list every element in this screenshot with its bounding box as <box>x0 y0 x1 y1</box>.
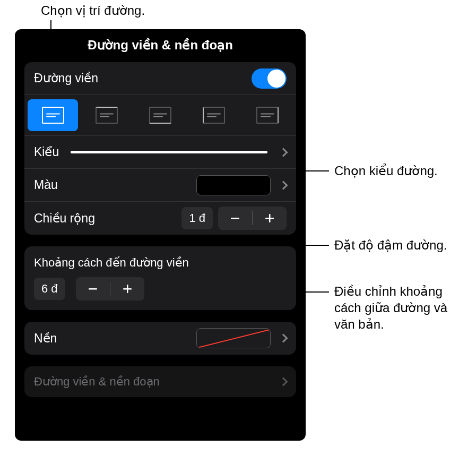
color-label: Màu <box>34 178 58 192</box>
border-right-icon <box>256 107 279 124</box>
width-label: Chiều rộng <box>34 211 95 226</box>
width-decrement-button[interactable] <box>218 207 252 230</box>
chevron-right-icon <box>279 181 288 190</box>
border-top-icon <box>96 107 118 124</box>
width-value[interactable]: 1 đ <box>181 207 213 229</box>
background-label: Nền <box>34 331 57 346</box>
chevron-right-icon <box>279 334 288 343</box>
border-left-icon <box>203 107 225 124</box>
chevron-right-icon <box>279 377 288 387</box>
border-bottom-icon <box>149 107 171 124</box>
offset-value[interactable]: 6 đ <box>34 278 65 300</box>
toggle-knob <box>267 70 285 88</box>
offset-increment-button[interactable] <box>110 277 144 301</box>
line-color-row[interactable]: Màu <box>24 169 296 202</box>
settings-panel: Đường viền & nền đoạn Đường viền <box>15 29 306 441</box>
background-row[interactable]: Nền <box>24 322 296 355</box>
border-pos-bottom[interactable] <box>135 99 185 131</box>
border-position-segment <box>24 95 296 136</box>
border-pos-right[interactable] <box>243 99 293 131</box>
parent-nav-row[interactable]: Đường viền & nền đoạn <box>24 366 296 397</box>
line-style-row[interactable]: Kiểu <box>24 136 296 169</box>
minus-icon <box>87 283 99 295</box>
plus-icon <box>122 283 133 295</box>
parent-nav-label: Đường viền & nền đoạn <box>34 375 160 389</box>
color-swatch <box>196 175 271 195</box>
background-card: Nền <box>24 322 296 355</box>
width-stepper <box>218 207 287 230</box>
background-swatch-none <box>196 328 271 348</box>
width-increment-button[interactable] <box>253 207 287 230</box>
callout-style: Chọn kiểu đường. <box>334 162 438 179</box>
border-toggle-row: Đường viền <box>24 62 296 95</box>
line-width-row: Chiều rộng 1 đ <box>24 202 296 235</box>
callout-weight: Đặt độ đậm đường. <box>334 237 447 253</box>
style-preview <box>71 151 267 153</box>
border-pos-all[interactable] <box>28 99 78 131</box>
border-toggle[interactable] <box>252 68 287 89</box>
offset-decrement-button[interactable] <box>76 277 110 301</box>
minus-icon <box>229 212 241 224</box>
border-label: Đường viền <box>34 71 98 85</box>
offset-card: Khoảng cách đến đường viền 6 đ <box>24 246 296 310</box>
svg-rect-2 <box>269 214 271 222</box>
chevron-right-icon <box>279 148 288 157</box>
svg-rect-3 <box>89 288 97 290</box>
border-card: Đường viền <box>24 62 296 235</box>
border-pos-left[interactable] <box>189 99 239 131</box>
panel-title: Đường viền & nền đoạn <box>15 38 306 53</box>
style-label: Kiểu <box>34 145 59 159</box>
callout-offset: Điều chỉnh khoảng cách giữa đường và văn… <box>334 283 467 333</box>
border-all-icon <box>42 107 64 124</box>
border-pos-top[interactable] <box>81 99 132 131</box>
svg-rect-0 <box>231 218 239 219</box>
svg-rect-5 <box>127 285 128 293</box>
offset-label: Khoảng cách đến đường viền <box>24 246 296 277</box>
plus-icon <box>264 212 275 224</box>
callout-position: Chọn vị trí đường. <box>41 2 145 19</box>
offset-stepper <box>76 277 144 301</box>
